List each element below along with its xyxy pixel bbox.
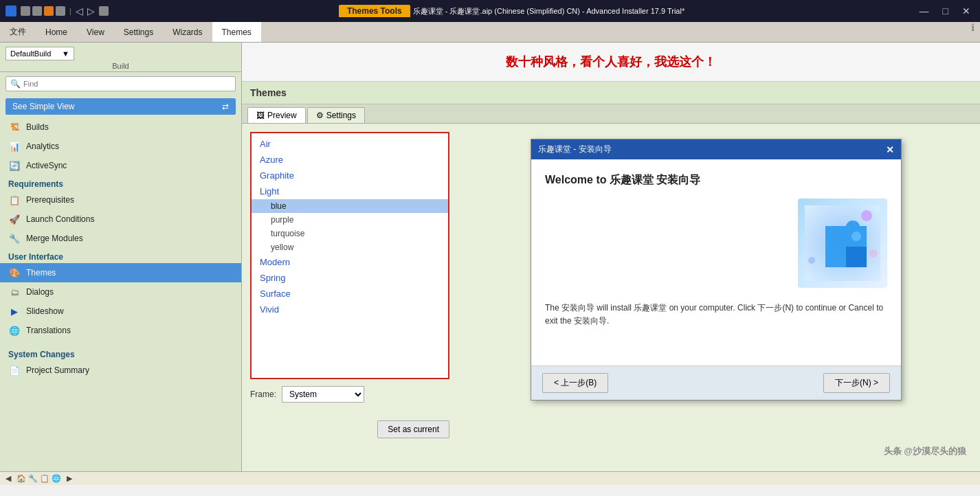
search-input[interactable] — [23, 80, 231, 88]
bottom-bar: ◀ 🏠 🔧 📋 🌐 ▶ — [0, 471, 980, 485]
sidebar-item-launch-conditions[interactable]: 🚀 Launch Conditions — [0, 210, 241, 229]
redo-btn[interactable]: ▷ — [87, 5, 95, 16]
theme-surface[interactable]: Surface — [252, 286, 448, 302]
themes-icon: 🎨 — [8, 267, 21, 279]
minimize-btn[interactable]: — — [915, 4, 933, 18]
window-title: 乐趣课堂 - 乐趣课堂.aip (Chinese (Simplified) CN… — [413, 6, 685, 16]
title-center: Themes Tools 乐趣课堂 - 乐趣课堂.aip (Chinese (S… — [339, 5, 684, 17]
sidebar-item-themes[interactable]: 🎨 Themes — [0, 263, 241, 282]
installer-next-button[interactable]: 下一步(N) > — [823, 373, 890, 393]
build-dropdown[interactable]: DefaultBuild ▼ — [5, 47, 74, 60]
dialogs-icon: 🗂 — [8, 286, 21, 298]
sidebar-item-slideshow[interactable]: ▶ Slideshow — [0, 302, 241, 321]
activesync-icon: 🔄 — [8, 159, 21, 172]
theme-list[interactable]: Air Azure Graphite Light blue purple tur… — [250, 132, 449, 379]
sidebar-divider — [0, 71, 241, 72]
theme-light[interactable]: Light — [252, 183, 448, 199]
sidebar-item-activesync[interactable]: 🔄 ActiveSync — [0, 156, 241, 175]
theme-air[interactable]: Air — [252, 136, 448, 152]
frame-select[interactable]: System Aero None — [282, 386, 364, 403]
bottom-text: ◀ 🏠 🔧 📋 🌐 ▶ — [5, 474, 72, 483]
analytics-icon: 📊 — [8, 140, 21, 153]
tab-settings[interactable]: ⚙ Settings — [307, 107, 365, 123]
set-as-current-button[interactable]: Set as current — [377, 420, 449, 438]
installer-welcome-text: Welcome to 乐趣课堂 安装向导 — [545, 173, 887, 188]
installer-body-text: The 安装向导 will install 乐趣课堂 on your compu… — [545, 295, 887, 328]
theme-list-container: Air Azure Graphite Light blue purple tur… — [250, 132, 449, 463]
project-summary-icon: 📄 — [8, 364, 21, 376]
annotation-text: 数十种风格，看个人喜好，我选这个！ — [242, 43, 980, 82]
settings-tab-icon: ⚙ — [316, 111, 324, 120]
menu-wizards[interactable]: Wizards — [163, 22, 212, 42]
menu-view[interactable]: View — [77, 22, 114, 42]
watermark-text: 头条 @沙漠尽头的狼 — [884, 445, 966, 458]
theme-azure[interactable]: Azure — [252, 152, 448, 168]
svg-point-1 — [861, 210, 872, 221]
menu-bar: 文件 Home View Settings Wizards Themes ℹ — [0, 22, 980, 43]
bottom-icons: 🏠 🔧 📋 🌐 — [16, 474, 61, 483]
sidebar-item-merge-modules[interactable]: 🔧 Merge Modules — [0, 229, 241, 248]
switch-icon: ⇄ — [222, 102, 229, 111]
installer-preview-window: 乐趣课堂 - 安装向导 ✕ Welcome to 乐趣课堂 安装向导 — [531, 139, 902, 401]
main-area: DefaultBuild ▼ Build 🔍 See Simple View ⇄… — [0, 43, 980, 471]
menu-file[interactable]: 文件 — [0, 22, 36, 42]
build-area: DefaultBuild ▼ Build — [0, 43, 241, 71]
search-box[interactable]: 🔍 — [5, 76, 236, 91]
sidebar-item-builds[interactable]: 🏗 Builds — [0, 117, 241, 137]
app-icon — [5, 5, 16, 16]
puzzle-svg — [805, 205, 880, 281]
build-icon — [99, 6, 109, 16]
theme-modern[interactable]: Modern — [252, 254, 448, 270]
title-bar-left: | ◁ ▷ — [5, 5, 109, 16]
theme-vivid[interactable]: Vivid — [252, 302, 448, 317]
sidebar-item-prerequisites[interactable]: 📋 Prerequisites — [0, 190, 241, 210]
menu-settings[interactable]: Settings — [114, 22, 163, 42]
sidebar-item-analytics[interactable]: 📊 Analytics — [0, 137, 241, 156]
tab-preview[interactable]: 🖼 Preview — [247, 107, 306, 123]
svg-point-4 — [851, 232, 861, 241]
active-tools-tab[interactable]: Themes Tools — [339, 5, 410, 17]
toolbar-icons — [21, 6, 65, 16]
preview-area: 乐趣课堂 - 安装向导 ✕ Welcome to 乐趣课堂 安装向导 — [460, 132, 972, 463]
sidebar-item-project-summary[interactable]: 📄 Project Summary — [0, 361, 241, 380]
nav-right[interactable]: ▶ — [67, 474, 72, 483]
slideshow-icon: ▶ — [8, 305, 21, 317]
puzzle-image — [798, 199, 887, 288]
themes-header: Themes — [242, 82, 980, 104]
user-interface-section: User Interface — [0, 248, 241, 263]
theme-yellow[interactable]: yellow — [252, 240, 448, 254]
title-bar: | ◁ ▷ Themes Tools 乐趣课堂 - 乐趣课堂.aip (Chin… — [0, 0, 980, 22]
menu-themes[interactable]: Themes — [212, 22, 261, 42]
simple-view-button[interactable]: See Simple View ⇄ — [5, 98, 236, 115]
content-area: 数十种风格，看个人喜好，我选这个！ Themes 🖼 Preview ⚙ Set… — [242, 43, 980, 471]
svg-point-3 — [869, 249, 878, 258]
svg-point-2 — [808, 257, 815, 264]
themes-body: Air Azure Graphite Light blue purple tur… — [242, 124, 980, 471]
nav-left[interactable]: ◀ — [5, 474, 11, 483]
frame-row: Frame: System Aero None — [250, 386, 449, 403]
installer-graphic — [798, 199, 887, 288]
preview-tab-icon: 🖼 — [256, 111, 265, 120]
build-label: Build — [5, 62, 236, 70]
sidebar: DefaultBuild ▼ Build 🔍 See Simple View ⇄… — [0, 43, 242, 471]
sidebar-item-translations[interactable]: 🌐 Translations — [0, 321, 241, 340]
theme-turquoise[interactable]: turquoise — [252, 227, 448, 240]
close-btn[interactable]: ✕ — [958, 4, 975, 18]
installer-close-btn[interactable]: ✕ — [886, 144, 894, 155]
maximize-btn[interactable]: □ — [939, 4, 953, 18]
sidebar-item-dialogs[interactable]: 🗂 Dialogs — [0, 282, 241, 302]
help-btn[interactable]: ℹ — [966, 22, 980, 42]
frame-label: Frame: — [250, 390, 276, 399]
themes-tabs: 🖼 Preview ⚙ Settings — [242, 104, 980, 124]
theme-spring[interactable]: Spring — [252, 270, 448, 286]
menu-home[interactable]: Home — [36, 22, 77, 42]
theme-blue[interactable]: blue — [252, 199, 448, 213]
installer-footer: < 上一步(B) 下一步(N) > — [531, 365, 901, 400]
theme-purple[interactable]: purple — [252, 213, 448, 227]
undo-btn[interactable]: ◁ — [76, 5, 83, 16]
separator: | — [69, 8, 71, 15]
installer-back-button[interactable]: < 上一步(B) — [542, 373, 608, 393]
sidebar-scroll[interactable]: 🏗 Builds 📊 Analytics 🔄 ActiveSync Requir… — [0, 117, 241, 471]
theme-graphite[interactable]: Graphite — [252, 168, 448, 183]
prerequisites-icon: 📋 — [8, 194, 21, 206]
